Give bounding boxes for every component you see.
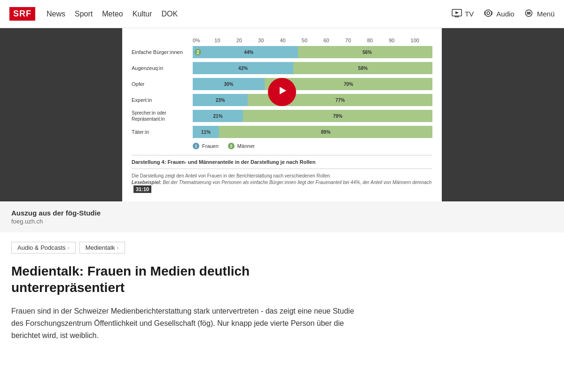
bar-container-2: 30% 70% — [193, 78, 432, 90]
blue-label-3: 23% — [216, 98, 225, 103]
tag-audio-podcasts[interactable]: Audio & Podcasts › — [11, 242, 76, 254]
x-label-2: 20 — [236, 38, 258, 43]
play-button[interactable] — [268, 78, 296, 106]
header: SRF News Sport Meteo Kultur DOK TV — [0, 0, 564, 28]
legend-item-1: 2 Männer — [228, 143, 255, 149]
menu-icon — [524, 9, 534, 19]
tv-label: TV — [465, 10, 474, 18]
source-title: Auszug aus der fög-Studie — [11, 209, 553, 217]
tag-medientalk-label: Medientalk — [86, 244, 115, 251]
blue-label-5: 11% — [201, 130, 211, 135]
tag-medientalk-arrow: › — [117, 245, 119, 251]
row-label-4: Sprecher:in oder Repräsentant:in — [132, 110, 193, 122]
green-label-3: 77% — [336, 98, 345, 103]
row-label-3: Expert:in — [132, 97, 193, 103]
nav-item-news[interactable]: News — [47, 10, 65, 18]
chart-row-0: Einfache Bürger:innen 1 44% 2 56% — [132, 46, 432, 58]
green-label-2: 70% — [344, 82, 353, 87]
nav-item-dok[interactable]: DOK — [162, 10, 178, 18]
row-label-1: Augenzeuq:in — [132, 65, 193, 71]
bar-blue-3: 23% — [193, 94, 248, 106]
audio-button[interactable]: Audio — [483, 9, 514, 19]
x-label-4: 40 — [280, 38, 301, 43]
bar-container-1: 42% 58% — [193, 62, 432, 74]
header-right: TV Audio Menü — [452, 9, 555, 19]
blue-label-1: 42% — [238, 66, 248, 71]
menu-label: Menü — [537, 10, 555, 18]
description-normal: Die Darstellung zeigt den Anteil von Fra… — [132, 173, 331, 178]
bar-blue-4: 21% — [193, 110, 243, 122]
chart-legend: 1 Frauen 2 Männer — [193, 143, 432, 149]
header-left: SRF News Sport Meteo Kultur DOK — [9, 7, 178, 21]
play-icon — [276, 85, 288, 100]
content-section: Audio & Podcasts › Medientalk › Medienta… — [0, 232, 376, 355]
svg-point-5 — [485, 10, 492, 16]
x-label-3: 30 — [258, 38, 280, 43]
row-label-0: Einfache Bürger:innen — [132, 49, 193, 55]
blue-label-2: 30% — [224, 82, 233, 87]
x-label-5: 50 — [302, 38, 323, 43]
row-label-5: Täter:in — [132, 129, 193, 135]
main-nav: News Sport Meteo Kultur DOK — [47, 10, 178, 18]
srf-logo[interactable]: SRF — [9, 7, 35, 21]
description-italic: Bei der Thematisierung von Personen als … — [163, 180, 431, 185]
bar-container-5: 11% 89% — [193, 126, 432, 138]
description-italic-prefix: Lesebeispiel: — [132, 180, 161, 185]
green-label-5: 89% — [321, 130, 330, 135]
bar-container-4: 21% 79% — [193, 110, 432, 122]
nav-item-sport[interactable]: Sport — [75, 10, 93, 18]
bar-green-0: 2 56% — [298, 46, 432, 58]
row-label-2: Opfer — [132, 81, 193, 87]
green-label-0: 56% — [362, 50, 372, 55]
bar-blue-0: 1 44% — [193, 46, 298, 58]
chart-description: Die Darstellung zeigt den Anteil von Fra… — [132, 169, 432, 197]
svg-marker-4 — [455, 11, 459, 14]
article-text: Frauen sind in der Schweizer Medienberic… — [11, 305, 365, 341]
x-label-8: 80 — [367, 38, 389, 43]
legend-label-frauen: Frauen — [202, 143, 219, 149]
chart-row-1: Augenzeuq:in 42% 58% — [132, 62, 432, 74]
video-section: 0% 10 20 30 40 50 60 70 80 90 100 Einfac… — [0, 28, 564, 201]
chart-container: 0% 10 20 30 40 50 60 70 80 90 100 Einfac… — [122, 28, 442, 201]
green-label-4: 79% — [333, 114, 343, 119]
chart-row-5: Täter:in 11% 89% — [132, 126, 432, 138]
tag-medientalk[interactable]: Medientalk › — [79, 242, 125, 254]
x-label-6: 60 — [323, 38, 345, 43]
green-label-1: 58% — [358, 66, 368, 71]
bar-green-4: 79% — [243, 110, 432, 122]
duration-badge: 31:10 — [133, 185, 151, 193]
bar-container-3: 23% 77% — [193, 94, 432, 106]
source-url: foeg.uzh.ch — [11, 218, 553, 225]
legend-icon-maenner: 2 — [228, 143, 235, 149]
chart-x-labels: 0% 10 20 30 40 50 60 70 80 90 100 — [193, 38, 432, 43]
bar-blue-1: 42% — [193, 62, 293, 74]
bar-container-0: 1 44% 2 56% — [193, 46, 432, 58]
nav-item-kultur[interactable]: Kultur — [133, 10, 152, 18]
bar-num2: 2 — [195, 49, 201, 55]
menu-button[interactable]: Menü — [524, 9, 555, 19]
tv-icon — [452, 9, 462, 19]
tags: Audio & Podcasts › Medientalk › — [11, 242, 365, 254]
audio-label: Audio — [496, 10, 514, 18]
article-title: Medientalk: Frauen in Medien deutlich un… — [11, 263, 365, 296]
blue-label-4: 21% — [213, 114, 223, 119]
bar-green-1: 58% — [293, 62, 432, 74]
chart-title: Darstellung 4: Frauen- und Männeranteile… — [132, 155, 432, 165]
svg-point-6 — [487, 12, 490, 15]
nav-item-meteo[interactable]: Meteo — [102, 10, 123, 18]
bar-blue-2: 30% — [193, 78, 265, 90]
x-label-10: 100 — [411, 38, 432, 43]
x-label-9: 90 — [389, 38, 410, 43]
legend-icon-frauen: 1 — [193, 143, 199, 149]
chart-area: Einfache Bürger:innen 1 44% 2 56% — [132, 46, 432, 138]
tag-audio-arrow: › — [68, 245, 70, 251]
bar-green-5: 89% — [219, 126, 432, 138]
x-label-7: 70 — [345, 38, 367, 43]
tag-audio-label: Audio & Podcasts — [17, 244, 66, 251]
source-section: Auszug aus der fög-Studie foeg.uzh.ch — [0, 201, 564, 232]
tv-button[interactable]: TV — [452, 9, 474, 19]
blue-label-0: 44% — [244, 50, 253, 55]
legend-label-maenner: Männer — [237, 143, 255, 149]
legend-item-0: 1 Frauen — [193, 143, 219, 149]
x-label-0: 0% — [193, 38, 214, 43]
